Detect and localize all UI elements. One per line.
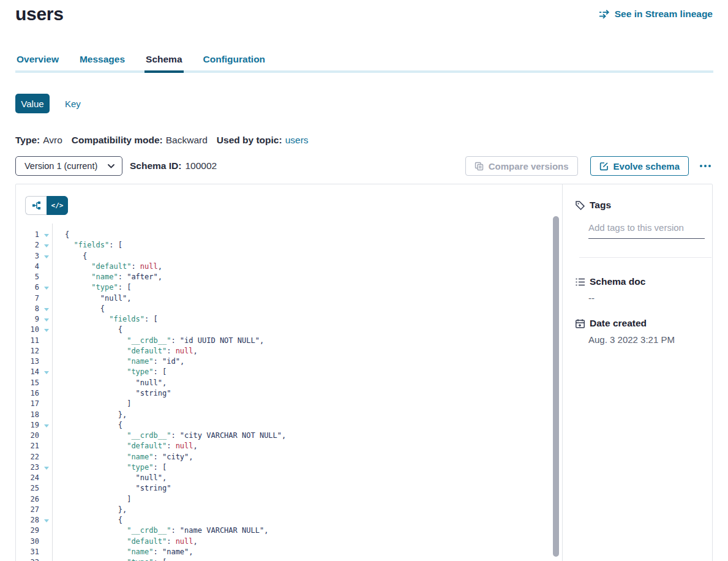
tree-view-button[interactable]: [25, 196, 47, 215]
code-text: "null",: [65, 473, 549, 483]
schema-panel: </> 1{2 "fields": [3 {4 "default": null,…: [15, 184, 713, 561]
line-number: 14: [16, 367, 39, 377]
line-number: 2: [16, 240, 39, 250]
fold-toggle-icon[interactable]: [44, 308, 49, 311]
tree-view-icon: [32, 201, 41, 210]
line-number: 15: [16, 378, 39, 388]
code-line: 25 "string": [16, 483, 549, 494]
value-key-toggle: Value Key: [15, 94, 81, 113]
evolve-schema-icon: [599, 162, 609, 171]
code-line: 9 "fields": [: [16, 314, 549, 325]
evolve-schema-button[interactable]: Evolve schema: [590, 156, 689, 176]
code-line: 6 "type": [: [16, 282, 549, 293]
code-scrollbar[interactable]: [553, 216, 559, 557]
line-number: 7: [16, 293, 39, 304]
code-view-icon: </>: [51, 201, 64, 209]
code-line: 7 "null",: [16, 293, 549, 304]
code-line: 19 {: [16, 420, 549, 431]
code-text: "__crdb__": "name VARCHAR NULL",: [65, 525, 549, 536]
fold-toggle-icon[interactable]: [44, 287, 49, 290]
line-number: 18: [16, 410, 39, 420]
tags-section-header: Tags: [575, 200, 611, 211]
code-text: {: [65, 420, 549, 431]
code-lines: 1{2 "fields": [3 {4 "default": null,5 "n…: [16, 230, 549, 561]
line-number: 30: [16, 537, 39, 547]
compare-versions-button[interactable]: Compare versions: [465, 156, 578, 176]
line-number: 5: [16, 272, 39, 282]
line-number: 9: [16, 314, 39, 325]
code-text: {: [65, 230, 549, 240]
compare-versions-icon: [475, 162, 484, 171]
tag-icon: [575, 200, 585, 211]
line-number: 17: [16, 399, 39, 409]
line-number: 6: [16, 282, 39, 293]
code-text: {: [65, 325, 549, 335]
tab-overview[interactable]: Overview: [15, 54, 60, 73]
list-icon: [575, 277, 585, 287]
code-text: "fields": [: [65, 314, 549, 325]
version-select-value: Version 1 (current): [24, 161, 108, 171]
tab-schema[interactable]: Schema: [144, 54, 183, 73]
date-created-section-header: Date created: [575, 318, 647, 329]
type-label: Type:: [15, 135, 40, 146]
line-number: 19: [16, 420, 39, 431]
code-text: {: [65, 515, 549, 525]
schema-controls-row: Version 1 (current) Schema ID: 100002 Co…: [15, 156, 713, 176]
schema-meta-sidebar: Tags Schema doc -- Date created: [563, 184, 712, 561]
code-line: 12 "default": null,: [16, 346, 549, 356]
fold-toggle-icon[interactable]: [44, 371, 49, 374]
schema-id-value: 100002: [185, 160, 217, 171]
tab-configuration[interactable]: Configuration: [202, 54, 267, 73]
line-number: 20: [16, 431, 39, 441]
more-options-button[interactable]: [697, 161, 713, 171]
fold-toggle-icon[interactable]: [44, 255, 49, 258]
line-number: 10: [16, 325, 39, 335]
add-tags-input[interactable]: [588, 220, 705, 239]
fold-toggle-icon[interactable]: [44, 244, 49, 247]
line-number: 23: [16, 462, 39, 473]
code-text: "fields": [: [65, 240, 549, 250]
code-line: 24 "null",: [16, 473, 549, 483]
tab-messages[interactable]: Messages: [78, 54, 126, 73]
schema-id-label: Schema ID:: [130, 160, 181, 171]
code-text: "type": [: [65, 557, 549, 561]
code-text: },: [65, 505, 549, 515]
compatibility-mode-value: Backward: [166, 135, 208, 146]
type-value: Avro: [43, 135, 62, 146]
code-text: "type": [: [65, 462, 549, 473]
schema-meta-row: Type: Avro Compatibility mode: Backward …: [15, 135, 309, 146]
code-text: "default": null,: [65, 262, 549, 272]
fold-toggle-icon[interactable]: [44, 519, 49, 522]
schema-doc-section-header: Schema doc: [575, 276, 645, 287]
code-line: 3 {: [16, 251, 549, 262]
fold-toggle-icon[interactable]: [44, 318, 49, 322]
code-line: 17 ]: [16, 399, 549, 409]
value-toggle-button[interactable]: Value: [15, 94, 50, 113]
code-line: 29 "__crdb__": "name VARCHAR NULL",: [16, 525, 549, 536]
version-select[interactable]: Version 1 (current): [15, 156, 122, 176]
line-number: 29: [16, 525, 39, 536]
code-text: "null",: [65, 293, 549, 304]
code-text: "null",: [65, 378, 549, 388]
fold-toggle-icon[interactable]: [44, 467, 49, 470]
key-toggle-button[interactable]: Key: [65, 99, 81, 109]
see-in-stream-lineage-link[interactable]: See in Stream lineage: [599, 9, 713, 20]
code-line: 5 "name": "after",: [16, 272, 549, 282]
code-view-button[interactable]: </>: [47, 196, 68, 215]
used-by-topic-link[interactable]: users: [285, 135, 309, 146]
sidebar-divider: [579, 257, 711, 258]
code-text: {: [65, 304, 549, 314]
code-text: "type": [: [65, 367, 549, 377]
fold-toggle-icon[interactable]: [44, 329, 49, 332]
used-by-topic-label: Used by topic:: [217, 135, 282, 146]
tab-bar: Overview Messages Schema Configuration: [15, 54, 713, 73]
fold-toggle-icon[interactable]: [44, 424, 49, 427]
lineage-link-label: See in Stream lineage: [615, 9, 713, 20]
line-number: 21: [16, 441, 39, 451]
fold-toggle-icon[interactable]: [44, 234, 49, 237]
code-text: "type": [: [65, 282, 549, 293]
code-line: 13 "name": "id",: [16, 356, 549, 367]
page-title: users: [15, 4, 64, 24]
line-number: 25: [16, 483, 39, 494]
code-line: 23 "type": [: [16, 462, 549, 473]
